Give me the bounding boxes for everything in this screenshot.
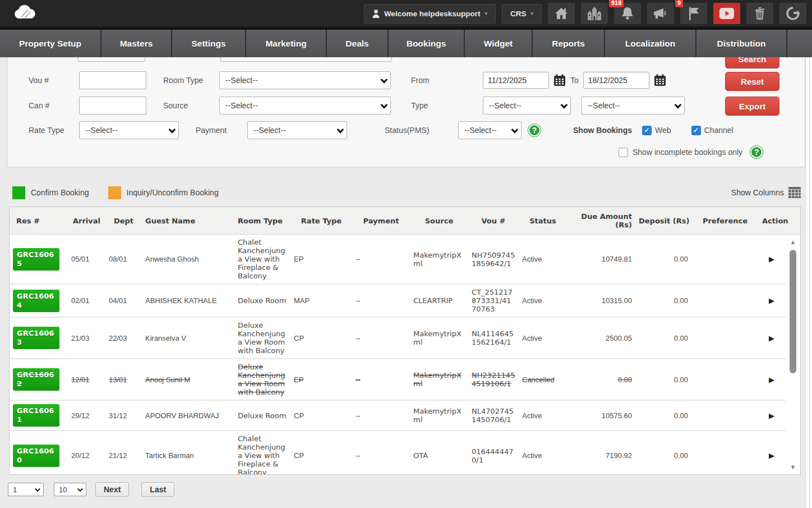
vertical-scrollbar[interactable]: ▲ ▼ [788,238,797,471]
action-play-icon[interactable]: ▶ [769,411,774,420]
pagination: 1 10 Next Last [8,482,804,497]
nav-tab-widget[interactable]: Widget [465,30,533,57]
cell-arrival: 29/12 [68,411,105,420]
action-cell: ▶ [759,255,785,263]
show-columns-control[interactable]: Show Columns [731,187,801,198]
announcements-button[interactable] [647,3,674,24]
confirm-booking-swatch [12,186,25,199]
page-scrollbar[interactable] [805,57,812,508]
cell-arrival: 20/12 [68,451,105,460]
export-button[interactable]: Export [725,97,779,116]
res-badge[interactable]: GRC16060 [13,445,59,467]
cell-status: Active [519,451,567,460]
col-guest-name: Guest Name [142,217,234,225]
action-play-icon[interactable]: ▶ [769,376,774,384]
action-play-icon[interactable]: ▶ [769,334,774,342]
res-badge[interactable]: GRC16064 [13,290,59,312]
last-page-button[interactable]: Last [141,482,174,497]
type-select-1[interactable]: --Select-- [483,97,571,115]
cell-dept: 22/03 [105,334,142,342]
chevron-down-icon [35,486,40,492]
cell-source: MakemytripXml [410,371,468,388]
col-dept: Dept [105,217,142,225]
res-badge[interactable]: GRC16062 [13,368,59,391]
action-play-icon[interactable]: ▶ [769,296,774,305]
nav-tab-deals[interactable]: Deals [327,30,389,57]
youtube-icon [719,8,734,19]
type-select-2[interactable]: --Select-- [582,97,685,115]
user-icon [372,10,380,18]
nav-tab-settings[interactable]: Settings [172,30,246,57]
to-date-input[interactable]: 18/12/2025 [583,72,649,89]
table-body: GRC16065 05/01 08/01 Anwesha Ghosh Chale… [10,235,800,474]
cell-deposit: 0.00 [635,376,691,384]
status-pms-select[interactable]: --Select-- [458,121,522,139]
filter-row0-input[interactable] [78,57,145,62]
calendar-icon[interactable] [654,74,666,86]
logout-button[interactable] [779,3,806,24]
incomplete-bookings-checkbox[interactable] [619,148,628,157]
home-button[interactable] [548,3,575,24]
megaphone-icon [653,7,668,20]
nav-tab-masters[interactable]: Masters [101,30,172,57]
rate-type-select[interactable]: --Select-- [79,121,179,139]
incomplete-help-icon[interactable]: ? [750,146,763,158]
inquiry-booking-label: Inquiry/Unconfirm Booking [127,188,219,197]
caret-down-icon: ▾ [485,11,487,16]
youtube-button[interactable] [713,3,740,24]
trash-button[interactable] [746,3,773,24]
flags-button[interactable]: 9 [680,3,707,24]
cell-payment: -- [352,296,410,305]
cell-rate: MAP [290,296,352,305]
welcome-user-dropdown[interactable]: Welcome helpdesksupport ▾ [364,4,496,24]
res-badge[interactable]: GRC16061 [13,404,59,427]
cell-guest: Anooj Sunil M [142,376,234,384]
caret-down-icon: ▾ [530,11,533,16]
rate-type-label: Rate Type [29,126,79,135]
search-button[interactable]: Search [725,57,779,68]
from-date-input[interactable]: 11/12/2025 [483,72,549,89]
action-play-icon[interactable]: ▶ [769,255,774,263]
table-row: GRC16064 02/01 04/01 ABHISHEK KATHALE De… [10,285,786,318]
nav-tab-bookings[interactable]: Bookings [389,30,465,57]
payment-select[interactable]: --Select-- [247,121,347,139]
notifications-button[interactable]: 918 [614,3,641,24]
reset-button[interactable]: Reset [725,72,779,91]
action-play-icon[interactable]: ▶ [769,451,774,460]
col-vou: Vou # [468,217,519,225]
nav-tab-marketing[interactable]: Marketing [246,30,327,57]
table-row: GRC16060 20/12 21/12 Tartick Barman Chal… [10,431,786,474]
cell-source: MakemytripXml [410,251,468,268]
brand-logo-cloud-icon [13,4,36,23]
res-badge[interactable]: GRC16063 [13,327,59,349]
scroll-up-arrow[interactable]: ▲ [788,239,797,245]
nav-tab-property-setup[interactable]: Property Setup [0,30,101,57]
nav-tab-reports[interactable]: Reports [533,30,605,57]
channel-checkbox[interactable]: ✓ [691,126,701,135]
status-help-icon[interactable]: ? [528,124,541,136]
cell-arrival: 05/01 [68,255,105,263]
col-status: Status [519,217,567,225]
scrollbar-thumb[interactable] [790,250,796,373]
action-cell: ▶ [759,451,785,460]
filter-row0-select[interactable] [220,57,392,62]
res-badge[interactable]: GRC16065 [13,248,59,271]
property-button[interactable] [581,3,608,24]
scroll-down-arrow[interactable]: ▼ [788,464,797,470]
cell-due: 7190.92 [567,451,635,460]
nav-tab-distribution[interactable]: Distribution [696,30,787,57]
vou-input[interactable] [79,71,146,89]
room-type-select[interactable]: --Select-- [219,71,391,89]
calendar-icon[interactable] [553,74,566,86]
crs-dropdown[interactable]: CRS ▾ [502,4,542,24]
can-input[interactable] [79,97,146,115]
next-page-button[interactable]: Next [95,482,129,497]
cell-room: Deluxe Kanchenjunga View Room with Balco… [234,321,290,355]
web-checkbox[interactable]: ✓ [642,126,652,135]
cell-arrival: 21/03 [68,334,105,342]
nav-tab-localization[interactable]: Localization [605,30,696,57]
page-select[interactable]: 1 [8,483,44,496]
source-select[interactable]: --Select-- [219,97,391,115]
page-size-select[interactable]: 10 [54,483,86,496]
cell-deposit: 0.00 [635,451,691,460]
